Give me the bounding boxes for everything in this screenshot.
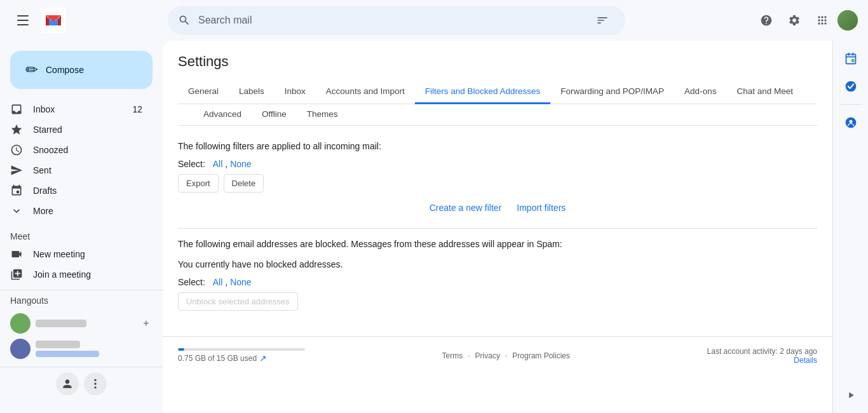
- filters-select-none[interactable]: None: [230, 159, 251, 169]
- svg-point-4: [94, 383, 96, 384]
- hangout-contact-1[interactable]: +: [10, 311, 153, 336]
- svg-rect-6: [846, 54, 855, 64]
- join-meeting-icon: [10, 268, 23, 281]
- blocked-select-comma: ,: [225, 277, 227, 287]
- settings-tabs-row2: Advanced Offline Themes: [178, 104, 817, 126]
- compose-button[interactable]: ✏ Compose: [10, 51, 153, 89]
- starred-label: Starred: [33, 125, 142, 135]
- sidebar-item-more[interactable]: More: [0, 201, 153, 221]
- sidebar-item-snoozed[interactable]: Snoozed: [0, 140, 153, 160]
- footer-policies-link[interactable]: Program Policies: [512, 351, 570, 360]
- storage-used-label: 0.75 GB of 15 GB used: [178, 354, 257, 363]
- hangout-avatar-2: [10, 339, 31, 359]
- filters-select-all[interactable]: All: [213, 159, 223, 169]
- sidebar-item-new-meeting[interactable]: New meeting: [0, 244, 153, 264]
- sent-label: Sent: [33, 165, 142, 175]
- tab-accounts[interactable]: Accounts and Import: [316, 80, 415, 104]
- search-bar: [168, 6, 625, 35]
- footer-terms-link[interactable]: Terms: [442, 351, 463, 360]
- main-layout: ✏ Compose Inbox 12 Starred Snoozed: [0, 41, 868, 413]
- svg-point-3: [94, 379, 96, 381]
- sidebar-item-starred[interactable]: Starred: [0, 119, 153, 140]
- hangout-info-2: [36, 341, 153, 357]
- hamburger-menu-icon[interactable]: [10, 8, 36, 33]
- no-blocked-message: You currently have no blocked addresses.: [178, 259, 817, 269]
- create-filter-link[interactable]: Create a new filter: [430, 203, 502, 213]
- tab-forwarding[interactable]: Forwarding and POP/IMAP: [550, 80, 674, 104]
- right-panel-contacts-button[interactable]: [838, 110, 864, 135]
- hangouts-section: Hangouts +: [0, 290, 163, 367]
- more-chevron-icon: [10, 205, 23, 217]
- settings-tabs-row1: General Labels Inbox Accounts and Import…: [178, 80, 817, 104]
- filters-section-desc: The following filters are applied to all…: [178, 141, 817, 151]
- blocked-section-desc: The following email addresses are blocke…: [178, 239, 817, 249]
- storage-bar-fill: [178, 348, 184, 351]
- settings-button[interactable]: [782, 8, 807, 33]
- blocked-select-all[interactable]: All: [213, 277, 223, 287]
- topbar: M: [0, 0, 868, 41]
- hangout-contact-2[interactable]: [10, 336, 153, 362]
- clock-icon: [10, 144, 23, 156]
- svg-point-5: [94, 386, 96, 388]
- search-input[interactable]: [198, 15, 582, 26]
- user-avatar[interactable]: [837, 10, 858, 30]
- blocked-button-row: Unblock selected addresses: [178, 292, 817, 311]
- tab-filters[interactable]: Filters and Blocked Addresses: [415, 80, 551, 104]
- tab-addons[interactable]: Add-ons: [674, 80, 726, 104]
- contacts-bottom-icon[interactable]: [56, 372, 79, 395]
- right-panel-calendar-button[interactable]: [838, 46, 864, 71]
- inbox-label: Inbox: [33, 104, 122, 114]
- blocked-select-label: Select:: [178, 277, 205, 287]
- storage-bar-container: 0.75 GB of 15 GB used ↗: [178, 348, 305, 363]
- sidebar-item-inbox[interactable]: Inbox 12: [0, 99, 153, 119]
- new-meeting-icon: [10, 248, 23, 261]
- blocked-select-none[interactable]: None: [230, 277, 251, 287]
- compose-label: Compose: [46, 65, 84, 75]
- tab-offline[interactable]: Offline: [252, 104, 297, 126]
- right-panel-tasks-button[interactable]: [838, 74, 864, 99]
- tab-general[interactable]: General: [178, 80, 229, 104]
- send-icon: [10, 164, 23, 177]
- sidebar-bottom: [0, 367, 163, 400]
- details-link[interactable]: Details: [794, 356, 817, 365]
- storage-bar-background: [178, 348, 305, 351]
- gmail-m-icon: M: [41, 8, 66, 33]
- hangout-info-1: [36, 320, 135, 327]
- draft-icon: [10, 184, 23, 197]
- delete-button[interactable]: Delete: [224, 174, 264, 193]
- tab-labels[interactable]: Labels: [229, 80, 275, 104]
- content-area: Settings General Labels Inbox Accounts a…: [163, 41, 832, 413]
- tab-chat[interactable]: Chat and Meet: [726, 80, 803, 104]
- sidebar-item-join-meeting[interactable]: Join a meeting: [0, 264, 153, 285]
- unblock-button[interactable]: Unblock selected addresses: [178, 292, 298, 311]
- hangouts-title: Hangouts: [10, 295, 153, 306]
- help-button[interactable]: [754, 8, 779, 33]
- search-options-icon[interactable]: [590, 8, 615, 33]
- hangout-action-1[interactable]: +: [140, 317, 153, 330]
- export-button[interactable]: Export: [178, 174, 219, 193]
- filter-links-row: Create a new filter Import filters: [178, 203, 817, 213]
- footer-dot-1: ·: [468, 351, 470, 360]
- sidebar-item-sent[interactable]: Sent: [0, 160, 153, 180]
- filters-select-row: Select: All , None: [178, 159, 817, 169]
- storage-external-link-icon[interactable]: ↗: [259, 353, 267, 363]
- filters-select-comma: ,: [225, 159, 227, 169]
- compose-plus-icon: ✏: [25, 61, 38, 79]
- tab-themes[interactable]: Themes: [297, 104, 348, 126]
- settings-title: Settings: [178, 53, 817, 70]
- more-bottom-icon[interactable]: [84, 372, 107, 395]
- footer-activity: Last account activity: 2 days ago Detail…: [707, 347, 817, 365]
- tab-inbox[interactable]: Inbox: [275, 80, 316, 104]
- apps-button[interactable]: [810, 8, 835, 33]
- topbar-left: M: [10, 8, 163, 33]
- join-meeting-label: Join a meeting: [33, 269, 91, 280]
- svg-point-13: [849, 120, 852, 123]
- tab-advanced[interactable]: Advanced: [193, 104, 252, 126]
- search-icon: [178, 14, 191, 27]
- gmail-logo: M: [41, 8, 66, 33]
- sidebar-item-drafts[interactable]: Drafts: [0, 180, 153, 201]
- right-panel-expand-button[interactable]: [838, 383, 864, 408]
- footer-privacy-link[interactable]: Privacy: [475, 351, 500, 360]
- inbox-badge: 12: [132, 104, 142, 114]
- import-filters-link[interactable]: Import filters: [517, 203, 566, 213]
